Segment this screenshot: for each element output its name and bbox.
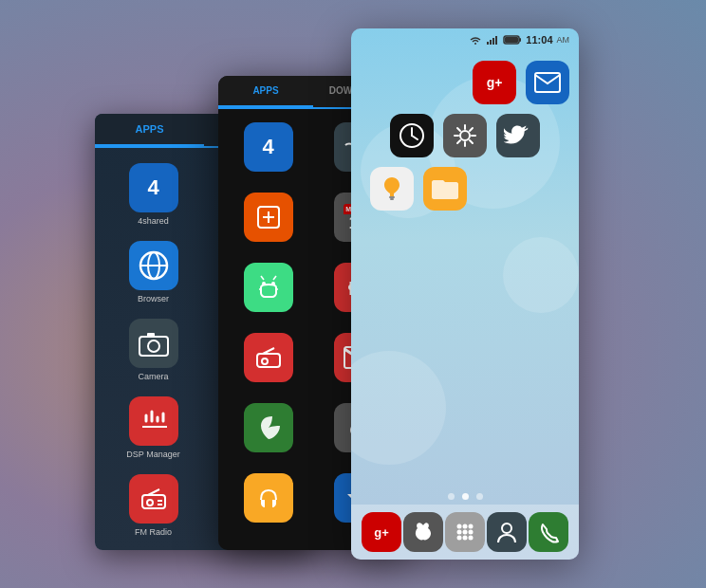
- dock-apps[interactable]: [445, 512, 485, 552]
- status-time: 11:04: [526, 34, 552, 46]
- svg-point-68: [463, 536, 468, 541]
- app-icon-fmradio[interactable]: [129, 474, 178, 524]
- list-item[interactable]: [226, 187, 310, 251]
- list-item[interactable]: 4: [226, 117, 310, 181]
- home-row-2: [361, 114, 569, 157]
- app-icon-clock-home[interactable]: [390, 114, 434, 157]
- svg-rect-53: [505, 37, 518, 43]
- apple-dock-icon: [411, 520, 436, 544]
- tab-apps-left[interactable]: APPS: [95, 114, 204, 146]
- svg-point-9: [148, 340, 159, 352]
- battery-icon: [503, 34, 522, 46]
- svg-line-33: [273, 276, 276, 280]
- svg-rect-50: [495, 36, 497, 45]
- headphones-icon: [253, 483, 284, 513]
- browser-icon: [137, 248, 171, 283]
- dot: [476, 493, 483, 500]
- dsp-icon: [139, 406, 169, 436]
- list-item[interactable]: [226, 397, 310, 462]
- app-icon-leaf[interactable]: [244, 403, 293, 452]
- list-item[interactable]: [226, 257, 310, 322]
- apps-grid-icon: [453, 520, 477, 544]
- app-icon-settings-home[interactable]: [443, 114, 487, 157]
- svg-rect-59: [389, 196, 395, 198]
- list-item[interactable]: FM Radio: [104, 469, 202, 542]
- svg-point-67: [457, 536, 462, 541]
- screenshot-root: { "background": { "gradient": "radial-gr…: [0, 0, 706, 588]
- app-icon-folder-home[interactable]: [423, 167, 467, 211]
- svg-rect-42: [257, 354, 280, 367]
- dock-apple[interactable]: [403, 512, 443, 552]
- app-icon-twitter-home[interactable]: [496, 114, 540, 157]
- signal-icon: [486, 34, 499, 46]
- app-icon-idea-home[interactable]: [370, 167, 414, 211]
- svg-point-69: [469, 536, 474, 541]
- phone-icon: [537, 521, 560, 543]
- svg-point-62: [463, 524, 468, 529]
- svg-point-70: [502, 524, 511, 533]
- list-item[interactable]: Browser: [104, 235, 202, 309]
- app-icon-headphones[interactable]: [244, 473, 293, 523]
- list-item[interactable]: DSP Manager: [104, 391, 202, 465]
- app-label: 4shared: [138, 216, 169, 226]
- home-content: g+: [351, 51, 579, 230]
- twitter-icon: [504, 122, 532, 149]
- svg-line-57: [412, 136, 418, 139]
- svg-rect-52: [519, 38, 521, 42]
- settings-icon: [451, 121, 479, 150]
- idea-icon: [379, 174, 405, 204]
- phone-right: 11:04 AM g+: [351, 28, 579, 560]
- app-icon-gplus[interactable]: g+: [473, 61, 516, 104]
- contacts-icon: [494, 520, 519, 544]
- app-icon-calc[interactable]: [244, 193, 293, 242]
- app-icon-4shared[interactable]: 4: [129, 163, 178, 212]
- svg-rect-10: [147, 333, 155, 338]
- svg-point-63: [469, 524, 474, 529]
- app-icon-mail-home[interactable]: [526, 61, 569, 104]
- svg-rect-48: [490, 40, 492, 45]
- list-item[interactable]: [226, 468, 310, 532]
- home-row-1: g+: [361, 61, 569, 104]
- android-icon: [253, 272, 284, 303]
- app-icon-camera[interactable]: [129, 319, 178, 368]
- leaf-icon: [253, 413, 284, 443]
- radio-icon2: [253, 342, 284, 373]
- svg-point-66: [469, 530, 474, 535]
- app-label: Browser: [138, 294, 169, 303]
- list-item[interactable]: [226, 327, 310, 392]
- app-label: DSP Manager: [126, 450, 179, 459]
- app-icon-radio2[interactable]: [244, 333, 293, 382]
- svg-rect-47: [487, 42, 489, 45]
- svg-point-64: [457, 530, 462, 535]
- svg-point-58: [460, 131, 470, 140]
- svg-rect-49: [492, 38, 494, 45]
- dot: [448, 493, 455, 500]
- folder-icon: [430, 176, 460, 201]
- status-ampm: AM: [557, 35, 570, 45]
- dock-phone[interactable]: [529, 512, 568, 552]
- svg-point-43: [262, 358, 268, 364]
- app-icon-4[interactable]: 4: [244, 122, 293, 172]
- app-icon-browser[interactable]: [129, 241, 178, 290]
- app-icon-dsp[interactable]: [129, 396, 178, 446]
- clock-icon-home: [398, 121, 426, 150]
- app-icon-android[interactable]: [244, 263, 293, 312]
- radio-icon: [139, 484, 169, 514]
- tab-apps-mid[interactable]: APPS: [218, 76, 313, 107]
- app-label: FM Radio: [135, 527, 172, 537]
- dock: g+: [351, 505, 579, 560]
- dock-contacts[interactable]: [487, 512, 527, 552]
- svg-rect-60: [390, 198, 394, 200]
- app-label: Camera: [138, 372, 168, 381]
- calc-icon: [254, 203, 283, 231]
- svg-point-65: [463, 530, 468, 535]
- mail-icon: [534, 72, 561, 93]
- dock-gplus[interactable]: g+: [362, 512, 401, 552]
- list-item[interactable]: 4 4shared: [104, 157, 202, 231]
- list-item[interactable]: Camera: [104, 313, 202, 387]
- dot: [462, 493, 469, 500]
- svg-point-61: [457, 524, 462, 529]
- svg-line-32: [261, 276, 264, 280]
- wifi-icon: [469, 34, 482, 46]
- status-bar: 11:04 AM: [351, 28, 579, 51]
